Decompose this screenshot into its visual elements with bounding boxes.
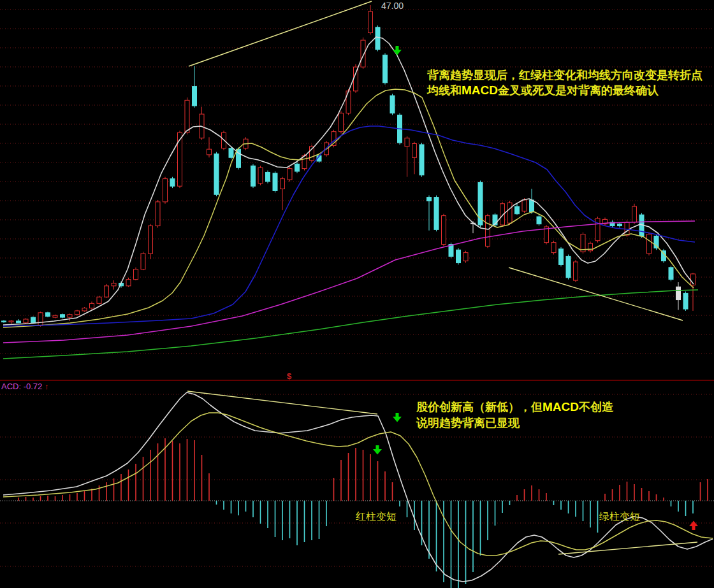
candle-body <box>163 179 168 202</box>
candle-body <box>207 149 212 155</box>
candle-bull <box>463 251 468 263</box>
candle-body <box>17 321 21 323</box>
candle-bull <box>149 224 153 259</box>
candle-bear <box>61 313 65 318</box>
candle-body <box>149 226 153 254</box>
candle-bull <box>163 177 168 204</box>
candle-body <box>390 96 395 113</box>
candle-bear <box>266 171 270 183</box>
candle-bull <box>156 200 160 228</box>
macd-ann1-pre: 股价创新高（新低），但 <box>416 401 543 413</box>
candle-bull <box>544 225 549 244</box>
candle-bull <box>185 97 189 134</box>
candle-bull <box>97 296 101 305</box>
candle-body <box>442 216 446 245</box>
candle-bull <box>38 312 43 326</box>
candle-bear <box>683 292 688 311</box>
candle-body <box>559 249 564 265</box>
candle-body <box>507 203 512 223</box>
candle-body <box>456 250 461 262</box>
macd-annotation-line1: 股价创新高（新低），但MACD不创造 <box>416 400 614 413</box>
candle-body <box>522 200 527 211</box>
candle-body <box>193 87 197 106</box>
candle-body <box>134 269 138 280</box>
separator-cursor-glyph: $ <box>287 371 292 381</box>
candle-bull <box>442 214 446 247</box>
candle-body <box>647 234 652 254</box>
candle-bull <box>346 89 351 115</box>
candle-body <box>537 217 541 224</box>
macd-value-text: ACD: -0.72 <box>1 382 42 391</box>
candle-bear <box>537 215 541 226</box>
candle-body <box>2 321 6 322</box>
candle-bear <box>566 255 571 280</box>
candle-bull <box>141 252 145 270</box>
candle-bull <box>75 310 80 316</box>
candle-body <box>258 168 263 183</box>
candle-body <box>46 313 50 317</box>
candle-bear <box>456 248 461 264</box>
candle-body <box>170 179 175 187</box>
candle-body <box>9 321 13 322</box>
candle-body <box>178 133 182 186</box>
candle-bull <box>574 260 578 282</box>
annotation2-post: 金叉或死叉是对背离的最终确认 <box>497 84 659 97</box>
candle-body <box>618 224 622 226</box>
kline-macd-chart[interactable]: $ 47.00 背离趋势显现后，红绿柱变化和均线方向改变是转折点 均线和MACD… <box>0 0 714 588</box>
candle-body <box>375 27 380 50</box>
candle-body <box>31 317 36 323</box>
candle-body <box>427 197 432 201</box>
candle-bear <box>559 247 564 266</box>
candle-body <box>595 219 600 241</box>
stock-chart-app: $ 47.00 背离趋势显现后，红绿柱变化和均线方向改变是转折点 均线和MACD… <box>0 0 714 588</box>
macd-ann1-bold: MACD <box>543 400 579 413</box>
candle-bull <box>82 307 87 312</box>
candle-body <box>75 311 80 315</box>
candle-bear <box>434 196 439 232</box>
candle-bear <box>170 177 175 188</box>
green-bars-shrink-label: 绿柱变短 <box>599 511 640 522</box>
candle-bull <box>551 241 556 255</box>
candle-bear <box>390 94 395 115</box>
candle-bear <box>251 164 256 188</box>
candle-body <box>566 256 571 277</box>
candle-body <box>24 319 28 323</box>
candle-body <box>412 144 417 158</box>
candle-body <box>530 200 534 212</box>
candle-body <box>53 315 57 317</box>
candle-body <box>383 55 388 83</box>
candle-body <box>632 206 637 222</box>
candle-bull <box>258 166 263 185</box>
candle-bull <box>105 284 109 298</box>
candle-body <box>574 262 578 280</box>
candle-bull <box>288 167 292 182</box>
candle-body <box>97 297 101 303</box>
candle-body <box>105 286 109 297</box>
candle-body <box>82 308 87 311</box>
candle-body <box>280 179 285 189</box>
candle-body <box>463 253 468 261</box>
candle-bull <box>24 319 28 324</box>
annotation2-pre: 均线和 <box>426 84 462 97</box>
macd-up-arrow-glyph: ↑ <box>45 382 49 391</box>
candle-bull <box>134 268 138 280</box>
candle-bear <box>419 143 424 177</box>
candle-body <box>229 148 233 158</box>
candle-body <box>251 166 256 186</box>
candle-bull <box>507 201 512 225</box>
red-bars-shrink-label: 红柱变短 <box>356 511 397 522</box>
candle-body <box>288 169 292 180</box>
candle-bear <box>214 152 219 197</box>
candle-body <box>61 315 65 317</box>
candle-body <box>683 293 688 309</box>
annotation2-macd-bold: MACD <box>462 83 498 97</box>
candle-bull <box>339 111 344 134</box>
candle-bear <box>46 312 50 317</box>
candle-body <box>112 283 116 285</box>
price-annotation-line2: 均线和MACD金叉或死叉是对背离的最终确认 <box>426 83 659 97</box>
candle-body <box>126 280 131 286</box>
peak-price-label: 47.00 <box>381 1 404 11</box>
candle-body <box>339 113 344 132</box>
price-annotation-line1: 背离趋势显现后，红绿柱变化和均线方向改变是转折点 <box>426 69 703 82</box>
candle-body <box>486 216 490 247</box>
